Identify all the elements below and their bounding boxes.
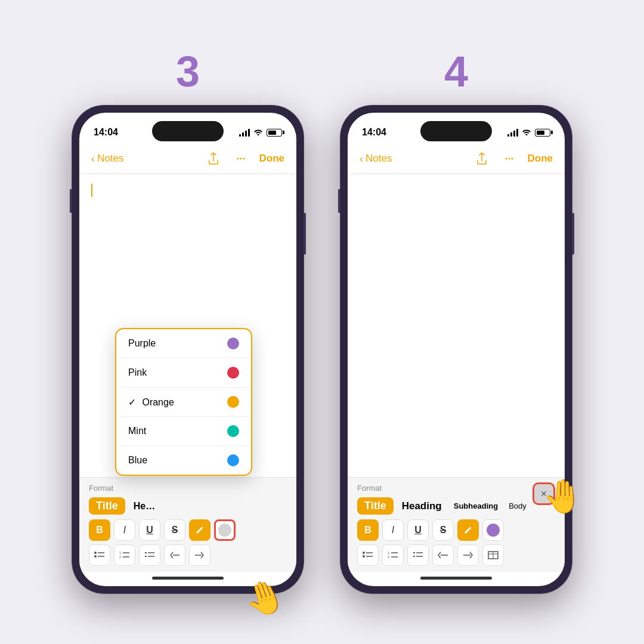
title-btn-3[interactable]: Title (89, 497, 125, 515)
nav-bar-4: ‹ Notes Done (348, 147, 565, 174)
format-toolbar-4: Format × Title Heading Subheading Body B… (348, 477, 565, 572)
share-icon-3[interactable] (205, 150, 222, 168)
text-cursor-3 (91, 184, 92, 197)
svg-point-5 (94, 555, 97, 558)
color-option-mint[interactable]: Mint (116, 417, 251, 446)
color-option-purple[interactable]: Purple (116, 329, 251, 358)
nav-left-3[interactable]: ‹ Notes (91, 153, 123, 165)
heading-btn-4[interactable]: Heading (397, 498, 447, 515)
bold-btn-4[interactable]: B (357, 519, 379, 541)
numbered-list-btn-4[interactable]: 1.2. (382, 544, 404, 566)
done-btn-3[interactable]: Done (259, 153, 285, 165)
color-purple-btn-4[interactable] (482, 519, 504, 541)
status-icons-3 (239, 128, 282, 137)
signal-icon-4 (507, 128, 518, 137)
indent-right-btn-4[interactable] (457, 544, 479, 566)
dash-list-btn-3[interactable] (139, 544, 160, 566)
step-4-container: 4 14:04 (340, 50, 572, 594)
format-row1-4: Title Heading Subheading Body (357, 497, 555, 515)
color-btn-3[interactable] (214, 519, 236, 541)
bullet-list-btn-3[interactable] (89, 544, 110, 566)
italic-btn-4[interactable]: I (382, 519, 404, 541)
back-chevron-4: ‹ (360, 153, 363, 165)
format-row1-3: Title He… (89, 497, 287, 515)
svg-point-19 (511, 158, 513, 160)
dynamic-island-3 (152, 121, 224, 141)
phone-3: 14:04 (72, 105, 304, 594)
color-dot-purple (227, 338, 239, 349)
bullet-list-btn-4[interactable] (357, 544, 379, 566)
underline-btn-4[interactable]: U (407, 519, 429, 541)
color-option-pink[interactable]: Pink (116, 358, 251, 388)
note-content-4[interactable] (348, 174, 565, 477)
align-left-btn-4[interactable] (432, 544, 454, 566)
home-bar-4 (420, 577, 492, 580)
svg-point-2 (243, 158, 244, 160)
hand-cursor-4: 🤚 (543, 477, 584, 516)
strikethrough-btn-3[interactable]: S (164, 519, 185, 541)
wifi-icon-4 (522, 128, 531, 137)
color-option-orange[interactable]: ✓ Orange (116, 388, 251, 417)
more-icon-3[interactable] (232, 150, 250, 168)
svg-point-0 (237, 158, 239, 160)
color-label-purple: Purple (128, 338, 156, 349)
heading-btn-3[interactable]: He… (129, 499, 160, 514)
step-3-number: 3 (176, 50, 200, 93)
share-icon-4[interactable] (473, 150, 491, 168)
home-indicator-4 (348, 572, 565, 586)
color-label-blue: Blue (128, 455, 147, 466)
svg-point-22 (363, 555, 365, 558)
format-label-3: Format (89, 484, 287, 493)
back-title-4: Notes (366, 153, 392, 165)
underline-btn-3[interactable]: U (139, 519, 160, 541)
svg-text:1.: 1. (119, 551, 122, 555)
back-chevron-3: ‹ (91, 153, 95, 165)
wifi-icon-3 (253, 128, 263, 137)
toolbar-row3-4: 1.2. (357, 544, 555, 566)
svg-text:2.: 2. (388, 555, 390, 559)
pencil-btn-4[interactable] (457, 519, 479, 541)
battery-icon-3 (267, 129, 282, 137)
toolbar-row2-4: B I U S (357, 519, 555, 541)
body-btn-4[interactable]: Body (505, 499, 530, 513)
bold-btn-3[interactable]: B (89, 519, 110, 541)
color-label-mint: Mint (128, 426, 146, 436)
color-label-pink: Pink (128, 367, 147, 378)
color-dot-mint (227, 425, 239, 437)
pencil-btn-3[interactable] (189, 519, 210, 541)
color-picker-3[interactable]: Purple Pink ✓ Orange Mint Blue (115, 328, 252, 476)
svg-point-18 (508, 158, 510, 160)
phone-4-inner: 14:04 (348, 113, 565, 586)
status-time-4: 14:04 (362, 127, 386, 138)
svg-point-1 (240, 158, 242, 160)
battery-icon-4 (535, 129, 550, 137)
italic-btn-3[interactable]: I (114, 519, 135, 541)
done-btn-4[interactable]: Done (528, 153, 553, 165)
svg-point-20 (363, 552, 365, 554)
title-btn-4[interactable]: Title (357, 497, 394, 515)
signal-icon-3 (239, 128, 250, 137)
dash-list-btn-4[interactable] (407, 544, 429, 566)
phone-3-inner: 14:04 (79, 113, 296, 586)
more-icon-4[interactable] (500, 150, 518, 168)
svg-point-17 (505, 158, 507, 160)
toolbar-row2-3: B I U S (89, 519, 287, 541)
nav-bar-3: ‹ Notes Done (79, 147, 296, 174)
color-option-blue[interactable]: Blue (116, 446, 251, 475)
format-label-4: Format (357, 484, 555, 493)
status-time-3: 14:04 (94, 127, 118, 138)
indent-right-btn-3[interactable] (189, 544, 210, 566)
table-btn-4[interactable] (482, 544, 504, 566)
numbered-list-btn-3[interactable]: 1.2. (114, 544, 135, 566)
phone-4: 14:04 (340, 105, 572, 594)
subheading-btn-4[interactable]: Subheading (450, 499, 501, 513)
svg-point-3 (94, 552, 97, 554)
svg-text:1.: 1. (388, 551, 390, 555)
status-icons-4 (507, 128, 550, 137)
strikethrough-btn-4[interactable]: S (432, 519, 454, 541)
indent-left-btn-3[interactable] (164, 544, 185, 566)
color-label-orange: ✓ Orange (128, 397, 174, 408)
color-dot-pink (227, 367, 239, 379)
nav-left-4[interactable]: ‹ Notes (360, 153, 392, 165)
format-toolbar-3: Format Title He… B I U S (79, 477, 296, 572)
